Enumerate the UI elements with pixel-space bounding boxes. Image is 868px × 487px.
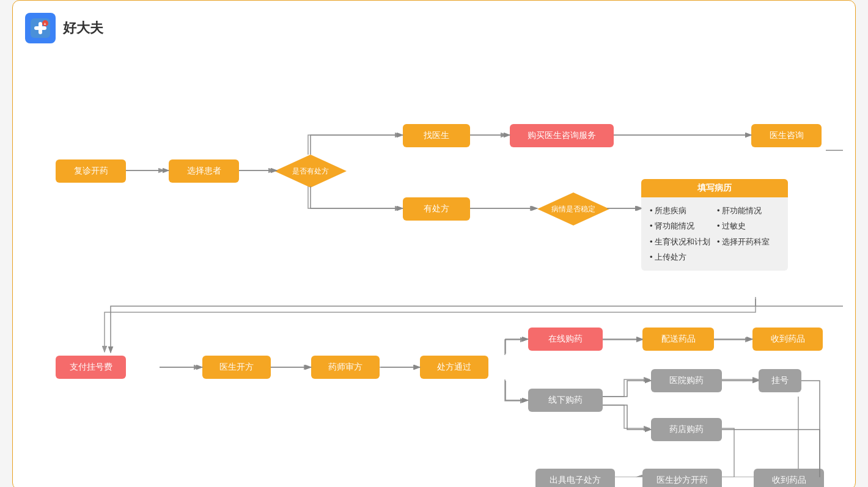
- node-chufangtonguo: 处方通过: [420, 356, 488, 379]
- node-shoudaoyaopi1: 收到药品: [752, 328, 823, 351]
- node-zhifuguahao: 支付挂号费: [56, 356, 126, 379]
- node-goumaiyo: 购买医生咨询服务: [510, 124, 614, 147]
- info-box-header: 填写病历: [641, 179, 788, 197]
- node-yishecharfang: 医生抄方开药: [642, 469, 722, 487]
- node-shoudaoyaopi2: 收到药品: [754, 469, 824, 487]
- svg-text:+: +: [44, 22, 46, 26]
- node-chujudianzif: 出具电子处方: [535, 469, 615, 487]
- node-fuzhenkaiyo: 复诊开药: [56, 159, 126, 183]
- app-logo: +: [25, 13, 56, 43]
- node-zhaoyisheng: 找医生: [403, 124, 470, 147]
- node-shifouyo: 是否有处方: [274, 155, 347, 188]
- node-xiaxiangouyo: 线下购药: [528, 389, 603, 412]
- node-zaixiangouyo: 在线购药: [528, 328, 603, 351]
- node-yisheziyu: 医生咨询: [751, 124, 822, 147]
- node-yiyuangouyo: 医院购药: [651, 369, 722, 392]
- svg-rect-2: [34, 26, 46, 30]
- node-bingqingzhifu: 病情是否稳定: [537, 192, 609, 225]
- node-yaodianyo: 药店购药: [651, 418, 722, 441]
- diagram: 复诊开药 选择患者 是否有处方 找医生 购买医生咨询服务 医生咨询 有处方 病情…: [25, 62, 843, 477]
- node-yishekaifang: 医生开方: [202, 356, 271, 379]
- header: + 好大夫: [25, 13, 843, 43]
- node-peisongyo: 配送药品: [642, 328, 714, 351]
- node-xuanzehuan: 选择患者: [169, 159, 239, 183]
- app-title: 好大夫: [63, 19, 103, 37]
- node-youchufang: 有处方: [403, 197, 470, 221]
- info-box-body: • 所患疾病 • 肝功能情况 • 肾功能情况 • 过敏史 • 生育状况和计划 •…: [641, 197, 788, 271]
- node-yaoshishenfang: 药师审方: [311, 356, 380, 379]
- node-guahao: 挂号: [759, 369, 801, 392]
- info-box-bingyi: 填写病历 • 所患疾病 • 肝功能情况 • 肾功能情况 • 过敏史 • 生育状况…: [641, 179, 788, 271]
- main-container: + 好大夫: [12, 0, 856, 487]
